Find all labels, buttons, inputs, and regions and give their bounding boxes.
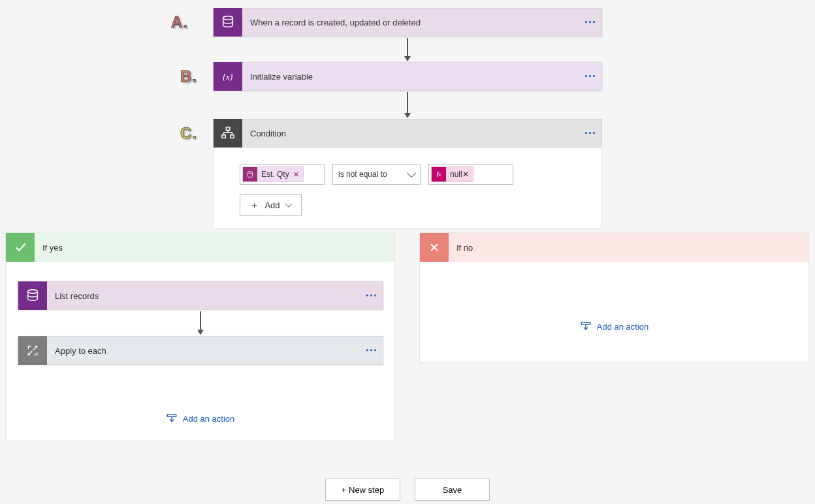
- chevron-down-icon: [407, 168, 416, 178]
- svg-text:{x}: {x}: [223, 72, 234, 82]
- svg-rect-8: [581, 323, 590, 324]
- listrec-title: List records: [47, 291, 360, 301]
- database-icon: [18, 281, 47, 310]
- database-icon: [214, 8, 242, 37]
- if-no-branch: If no Add an action: [419, 232, 809, 363]
- trigger-title: When a record is created, updated or del…: [242, 18, 579, 27]
- list-records-card[interactable]: List records ···: [18, 281, 383, 310]
- condition-right-operand[interactable]: fx null ✕: [428, 164, 513, 185]
- chip-label: Est. Qty: [261, 170, 289, 179]
- loop-icon: [18, 336, 47, 365]
- trigger-menu[interactable]: ···: [579, 16, 601, 29]
- svg-point-5: [248, 172, 253, 174]
- svg-rect-7: [167, 415, 176, 417]
- condition-header[interactable]: Condition ···: [213, 119, 602, 148]
- if-yes-title: If yes: [35, 243, 63, 253]
- condition-row: Est. Qty ✕ is not equal to fx null ✕: [240, 164, 575, 185]
- callout-b: B.: [180, 67, 197, 86]
- trigger-card[interactable]: When a record is created, updated or del…: [213, 8, 602, 37]
- expression-chip[interactable]: fx null ✕: [431, 166, 473, 182]
- chip-remove[interactable]: ✕: [293, 170, 299, 179]
- footer-buttons: + New step Save: [0, 479, 815, 501]
- no-add-action[interactable]: Add an action: [420, 301, 808, 352]
- svg-rect-3: [222, 135, 226, 138]
- svg-point-6: [28, 290, 38, 294]
- condition-operator-select[interactable]: is not equal to: [332, 164, 421, 185]
- apply-menu[interactable]: ···: [360, 344, 383, 358]
- chevron-down-icon: [285, 200, 292, 207]
- condition-title: Condition: [242, 129, 579, 138]
- callout-a: A.: [171, 13, 188, 31]
- database-chip-icon: [243, 167, 257, 181]
- operator-label: is not equal to: [338, 170, 387, 179]
- variable-icon: {x}: [214, 62, 242, 91]
- close-icon: [420, 233, 449, 262]
- svg-rect-4: [231, 135, 234, 138]
- yes-add-action-label: Add an action: [183, 414, 235, 424]
- if-yes-header[interactable]: If yes: [6, 233, 394, 262]
- condition-body: Est. Qty ✕ is not equal to fx null ✕ ＋ A…: [213, 148, 602, 228]
- save-button[interactable]: Save: [415, 479, 490, 501]
- expression-label: null: [450, 170, 462, 179]
- add-label: Add: [264, 200, 280, 210]
- initialize-variable-card[interactable]: {x} Initialize variable ···: [213, 62, 602, 91]
- condition-left-operand[interactable]: Est. Qty ✕: [240, 164, 325, 185]
- apply-to-each-card[interactable]: Apply to each ···: [18, 336, 383, 365]
- condition-block: Condition ··· Est. Qty ✕ is not equal to: [213, 119, 602, 228]
- condition-menu[interactable]: ···: [579, 127, 601, 140]
- arrow-1: [407, 38, 408, 60]
- arrow-2: [407, 92, 408, 117]
- initvar-menu[interactable]: ···: [579, 70, 601, 84]
- new-step-button[interactable]: + New step: [325, 479, 400, 501]
- fx-icon: fx: [432, 167, 446, 181]
- expression-remove[interactable]: ✕: [462, 170, 469, 179]
- svg-rect-2: [226, 127, 230, 131]
- svg-point-0: [223, 16, 233, 20]
- no-add-action-label: Add an action: [597, 322, 649, 332]
- if-yes-branch: If yes List records ··· Apply to each ··…: [5, 232, 395, 441]
- apply-title: Apply to each: [47, 346, 360, 356]
- callout-c: C.: [180, 124, 197, 142]
- initvar-title: Initialize variable: [242, 72, 579, 82]
- dynamic-value-chip[interactable]: Est. Qty ✕: [242, 166, 304, 182]
- if-no-header[interactable]: If no: [420, 233, 808, 262]
- listrec-menu[interactable]: ···: [360, 289, 383, 303]
- arrow-yes: [200, 311, 201, 334]
- plus-icon: ＋: [249, 199, 259, 212]
- condition-add-button[interactable]: ＋ Add: [240, 194, 302, 216]
- yes-add-action[interactable]: Add an action: [6, 393, 394, 444]
- condition-icon: [214, 119, 242, 148]
- check-icon: [6, 233, 35, 262]
- if-no-title: If no: [449, 243, 473, 253]
